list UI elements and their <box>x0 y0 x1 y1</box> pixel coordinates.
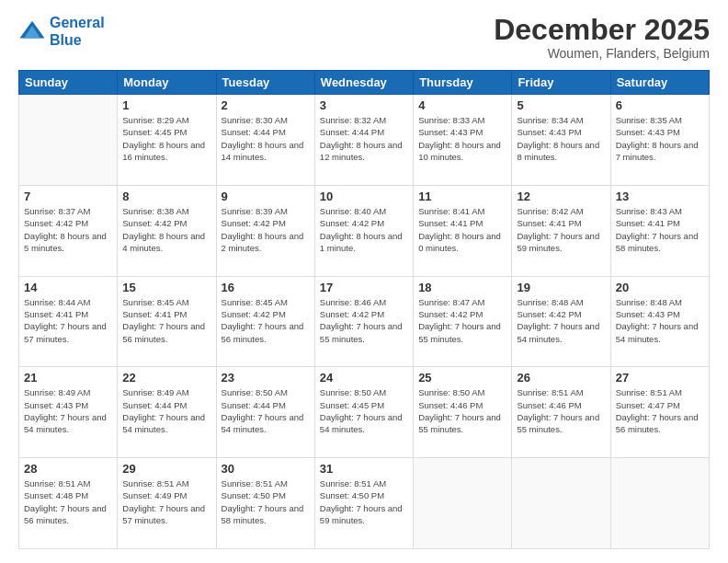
calendar-cell: 12Sunrise: 8:42 AMSunset: 4:41 PMDayligh… <box>512 185 610 276</box>
day-number: 29 <box>122 462 210 476</box>
cell-info: Sunrise: 8:51 AMSunset: 4:50 PMDaylight:… <box>222 477 310 526</box>
day-number: 4 <box>418 98 506 112</box>
calendar-week-3: 21Sunrise: 8:49 AMSunset: 4:43 PMDayligh… <box>19 367 710 458</box>
location: Woumen, Flanders, Belgium <box>494 46 710 61</box>
col-wednesday: Wednesday <box>314 71 413 95</box>
header: General Blue December 2025 Woumen, Fland… <box>18 14 710 61</box>
cell-info: Sunrise: 8:51 AMSunset: 4:50 PMDaylight:… <box>320 477 408 526</box>
calendar-week-2: 14Sunrise: 8:44 AMSunset: 4:41 PMDayligh… <box>19 276 710 367</box>
calendar-cell: 10Sunrise: 8:40 AMSunset: 4:42 PMDayligh… <box>314 185 413 276</box>
col-friday: Friday <box>512 71 610 95</box>
cell-info: Sunrise: 8:45 AMSunset: 4:41 PMDaylight:… <box>122 296 210 345</box>
cell-info: Sunrise: 8:33 AMSunset: 4:43 PMDaylight:… <box>418 114 506 163</box>
calendar-cell: 9Sunrise: 8:39 AMSunset: 4:42 PMDaylight… <box>216 185 314 276</box>
cell-info: Sunrise: 8:42 AMSunset: 4:41 PMDaylight:… <box>517 205 605 254</box>
cell-info: Sunrise: 8:46 AMSunset: 4:42 PMDaylight:… <box>320 296 408 345</box>
calendar-cell <box>512 458 610 549</box>
day-number: 17 <box>320 281 408 294</box>
cell-info: Sunrise: 8:35 AMSunset: 4:43 PMDaylight:… <box>616 114 704 163</box>
day-number: 31 <box>320 462 408 476</box>
cell-info: Sunrise: 8:29 AMSunset: 4:45 PMDaylight:… <box>122 114 210 163</box>
cell-info: Sunrise: 8:49 AMSunset: 4:43 PMDaylight:… <box>24 386 112 435</box>
calendar-cell: 24Sunrise: 8:50 AMSunset: 4:45 PMDayligh… <box>314 367 413 458</box>
calendar-cell: 27Sunrise: 8:51 AMSunset: 4:47 PMDayligh… <box>610 367 709 458</box>
day-number: 3 <box>320 98 408 112</box>
cell-info: Sunrise: 8:44 AMSunset: 4:41 PMDaylight:… <box>24 296 112 345</box>
calendar-cell <box>610 458 709 549</box>
logo-icon <box>18 17 46 45</box>
day-number: 6 <box>616 98 704 112</box>
cell-info: Sunrise: 8:38 AMSunset: 4:42 PMDaylight:… <box>122 205 210 254</box>
calendar-cell: 26Sunrise: 8:51 AMSunset: 4:46 PMDayligh… <box>512 367 610 458</box>
day-number: 7 <box>24 190 112 203</box>
title-section: December 2025 Woumen, Flanders, Belgium <box>494 14 710 61</box>
col-monday: Monday <box>118 71 216 95</box>
calendar-cell: 21Sunrise: 8:49 AMSunset: 4:43 PMDayligh… <box>19 367 118 458</box>
cell-info: Sunrise: 8:32 AMSunset: 4:44 PMDaylight:… <box>320 114 408 163</box>
logo-text: General Blue <box>50 14 105 49</box>
day-number: 5 <box>517 98 605 112</box>
calendar-cell: 3Sunrise: 8:32 AMSunset: 4:44 PMDaylight… <box>314 95 413 186</box>
calendar-cell: 4Sunrise: 8:33 AMSunset: 4:43 PMDaylight… <box>414 95 512 186</box>
day-number: 23 <box>222 371 310 385</box>
cell-info: Sunrise: 8:47 AMSunset: 4:42 PMDaylight:… <box>418 296 506 345</box>
calendar-cell: 5Sunrise: 8:34 AMSunset: 4:43 PMDaylight… <box>512 95 610 186</box>
calendar-cell: 11Sunrise: 8:41 AMSunset: 4:41 PMDayligh… <box>414 185 512 276</box>
cell-info: Sunrise: 8:50 AMSunset: 4:46 PMDaylight:… <box>418 386 506 435</box>
calendar-cell: 28Sunrise: 8:51 AMSunset: 4:48 PMDayligh… <box>19 458 118 549</box>
month-title: December 2025 <box>494 14 710 46</box>
day-number: 8 <box>122 190 210 203</box>
calendar-cell: 13Sunrise: 8:43 AMSunset: 4:41 PMDayligh… <box>610 185 709 276</box>
cell-info: Sunrise: 8:51 AMSunset: 4:46 PMDaylight:… <box>517 386 605 435</box>
cell-info: Sunrise: 8:48 AMSunset: 4:43 PMDaylight:… <box>616 296 704 345</box>
day-number: 24 <box>320 371 408 385</box>
calendar-week-0: 1Sunrise: 8:29 AMSunset: 4:45 PMDaylight… <box>19 95 710 186</box>
calendar-cell: 7Sunrise: 8:37 AMSunset: 4:42 PMDaylight… <box>19 185 118 276</box>
col-sunday: Sunday <box>19 71 118 95</box>
cell-info: Sunrise: 8:43 AMSunset: 4:41 PMDaylight:… <box>616 205 704 254</box>
day-number: 20 <box>616 281 704 294</box>
calendar-cell: 31Sunrise: 8:51 AMSunset: 4:50 PMDayligh… <box>314 458 413 549</box>
day-number: 26 <box>517 371 605 385</box>
calendar-cell: 20Sunrise: 8:48 AMSunset: 4:43 PMDayligh… <box>610 276 709 367</box>
cell-info: Sunrise: 8:41 AMSunset: 4:41 PMDaylight:… <box>418 205 506 254</box>
day-number: 11 <box>418 190 506 203</box>
page: General Blue December 2025 Woumen, Fland… <box>0 0 728 563</box>
day-number: 21 <box>24 371 112 385</box>
day-number: 25 <box>418 371 506 385</box>
calendar-cell: 25Sunrise: 8:50 AMSunset: 4:46 PMDayligh… <box>414 367 512 458</box>
cell-info: Sunrise: 8:48 AMSunset: 4:42 PMDaylight:… <box>517 296 605 345</box>
cell-info: Sunrise: 8:45 AMSunset: 4:42 PMDaylight:… <box>222 296 310 345</box>
day-number: 13 <box>616 190 704 203</box>
day-number: 15 <box>122 281 210 294</box>
col-thursday: Thursday <box>414 71 512 95</box>
calendar-cell: 6Sunrise: 8:35 AMSunset: 4:43 PMDaylight… <box>610 95 709 186</box>
calendar-cell: 2Sunrise: 8:30 AMSunset: 4:44 PMDaylight… <box>216 95 314 186</box>
day-number: 9 <box>222 190 310 203</box>
calendar-cell: 14Sunrise: 8:44 AMSunset: 4:41 PMDayligh… <box>19 276 118 367</box>
cell-info: Sunrise: 8:39 AMSunset: 4:42 PMDaylight:… <box>222 205 310 254</box>
calendar-week-1: 7Sunrise: 8:37 AMSunset: 4:42 PMDaylight… <box>19 185 710 276</box>
calendar-cell <box>414 458 512 549</box>
calendar-cell: 29Sunrise: 8:51 AMSunset: 4:49 PMDayligh… <box>118 458 216 549</box>
day-number: 1 <box>122 98 210 112</box>
cell-info: Sunrise: 8:40 AMSunset: 4:42 PMDaylight:… <box>320 205 408 254</box>
calendar-week-4: 28Sunrise: 8:51 AMSunset: 4:48 PMDayligh… <box>19 458 710 549</box>
calendar-cell: 15Sunrise: 8:45 AMSunset: 4:41 PMDayligh… <box>118 276 216 367</box>
cell-info: Sunrise: 8:50 AMSunset: 4:45 PMDaylight:… <box>320 386 408 435</box>
cell-info: Sunrise: 8:49 AMSunset: 4:44 PMDaylight:… <box>122 386 210 435</box>
day-number: 30 <box>222 462 310 476</box>
day-number: 14 <box>24 281 112 294</box>
day-number: 2 <box>222 98 310 112</box>
day-number: 12 <box>517 190 605 203</box>
calendar-cell: 16Sunrise: 8:45 AMSunset: 4:42 PMDayligh… <box>216 276 314 367</box>
calendar-cell: 1Sunrise: 8:29 AMSunset: 4:45 PMDaylight… <box>118 95 216 186</box>
cell-info: Sunrise: 8:51 AMSunset: 4:48 PMDaylight:… <box>24 477 112 526</box>
day-number: 22 <box>122 371 210 385</box>
cell-info: Sunrise: 8:51 AMSunset: 4:49 PMDaylight:… <box>122 477 210 526</box>
calendar-cell: 30Sunrise: 8:51 AMSunset: 4:50 PMDayligh… <box>216 458 314 549</box>
col-tuesday: Tuesday <box>216 71 314 95</box>
cell-info: Sunrise: 8:51 AMSunset: 4:47 PMDaylight:… <box>616 386 704 435</box>
cell-info: Sunrise: 8:30 AMSunset: 4:44 PMDaylight:… <box>222 114 310 163</box>
calendar-cell: 17Sunrise: 8:46 AMSunset: 4:42 PMDayligh… <box>314 276 413 367</box>
